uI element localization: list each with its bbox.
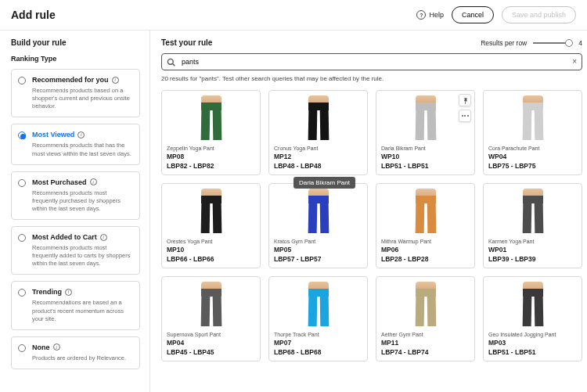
ranking-option-title: Most Added to Carti [32,233,133,241]
page-title: Add rule [11,9,56,21]
help-link[interactable]: ? Help [416,10,444,20]
product-sku: MP05 [274,246,362,254]
product-card[interactable]: Zeppelin Yoga PantMP08LBP82 - LBP82 [161,90,261,175]
page-header: Add rule ? Help Cancel Save and publish [0,0,587,31]
info-icon[interactable]: i [100,234,107,241]
ranking-option-most_viewed[interactable]: Most ViewediRecommends products that has… [11,124,140,164]
more-button[interactable] [459,110,471,122]
results-hint: 20 results for "pants". Test other searc… [161,75,587,82]
product-grid: Zeppelin Yoga PantMP08LBP82 - LBP82Cronu… [161,90,587,361]
test-title: Test your rule [161,38,212,47]
tooltip: Daria Bikram Pant [294,177,355,189]
radio-icon [18,77,26,85]
product-price-range: LBP82 - LBP82 [167,162,255,170]
info-icon[interactable]: i [112,77,119,84]
product-name: Mithra Warmup Pant [381,239,470,244]
product-price-range: LBP48 - LBP48 [274,162,362,170]
header-actions: ? Help Cancel Save and publish [416,6,576,23]
ranking-option-recommended[interactable]: Recommended for youiRecommends products … [11,69,140,117]
ranking-option-title: Recommended for youi [32,76,133,84]
main-header: Test your rule Results per row 4 [161,38,587,47]
radio-icon [18,234,26,242]
results-per-row-control[interactable]: Results per row 4 [481,39,582,47]
search-input[interactable] [180,57,567,67]
product-name: Kratos Gym Pant [274,239,362,244]
product-name: Thorpe Track Pant [274,332,362,337]
product-sku: MP07 [274,339,362,347]
sidebar: Build your rule Ranking Type Recommended… [0,31,150,392]
ranking-option-desc: Recommends products most frequently adde… [32,244,133,268]
ranking-option-desc: Recommendations are based an a product's… [32,299,133,322]
product-card[interactable]: Cora Parachute PantWP04LBP75 - LBP75 [483,90,582,175]
pin-button[interactable] [459,94,471,106]
product-sku: MP04 [167,339,255,347]
product-sku: MP10 [167,246,255,254]
ranking-title: Ranking Type [11,55,140,63]
cancel-button[interactable]: Cancel [452,6,494,23]
product-image [269,91,367,142]
product-card[interactable]: Karmen Yoga PantWP01LBP39 - LBP39 [483,183,582,268]
product-image [162,184,260,236]
product-sku: MP03 [488,339,577,347]
help-icon: ? [416,10,426,20]
ranking-option-trending[interactable]: TrendingiRecommendations are based an a … [11,281,140,329]
results-per-row-label: Results per row [481,39,527,47]
product-sku: MP12 [274,153,362,160]
product-image [484,277,582,329]
product-price-range: LBP66 - LBP66 [167,255,255,263]
product-card[interactable]: Daria Bikram PantWP10LBP51 - LBP51 [376,90,475,175]
ranking-option-most_added[interactable]: Most Added to CartiRecommends products m… [11,226,140,275]
radio-icon [18,344,26,352]
product-card[interactable]: Orestes Yoga PantMP10LBP66 - LBP66 [161,183,261,268]
product-name: Zeppelin Yoga Pant [167,146,255,151]
build-title: Build your rule [11,38,140,47]
product-sku: WP04 [488,153,577,160]
product-card[interactable]: Mithra Warmup PantMP06LBP28 - LBP28 [376,183,475,268]
ranking-option-most_purchased[interactable]: Most PurchasediRecommends products most … [11,171,140,220]
info-icon[interactable]: i [90,178,97,185]
product-card[interactable]: Cronus Yoga PantMP12LBP48 - LBP48 [268,90,368,175]
product-image [162,277,260,329]
product-image [376,277,474,329]
info-icon[interactable]: i [53,343,60,351]
info-icon[interactable]: i [77,131,85,138]
product-image [162,91,260,142]
product-card[interactable]: Supernova Sport PantMP04LBP45 - LBP45 [161,276,261,361]
save-publish-button[interactable]: Save and publish [502,6,576,23]
product-name: Geo Insulated Jogging Pant [488,332,577,337]
svg-point-0 [167,59,173,64]
product-price-range: LBP51 - LBP51 [381,162,470,170]
info-icon[interactable]: i [65,289,72,296]
ranking-option-title: Most Purchasedi [32,178,133,186]
product-price-range: LBP45 - LBP45 [167,348,255,356]
product-card[interactable]: Kratos Gym PantMP05LBP57 - LBP57 [268,183,368,268]
product-sku: MP08 [167,153,255,160]
svg-line-1 [173,63,175,66]
ranking-option-title: Nonei [32,343,133,351]
product-name: Orestes Yoga Pant [167,239,255,244]
product-name: Cronus Yoga Pant [274,146,362,151]
product-card[interactable]: Thorpe Track PantMP07LBP68 - LBP68 [268,276,368,361]
slider-knob[interactable] [565,39,573,47]
product-image [484,91,582,142]
radio-icon [18,179,26,187]
product-image [269,277,367,329]
main: Test your rule Results per row 4 × 20 re… [150,31,587,392]
radio-icon [18,289,26,297]
product-sku: MP06 [381,246,470,254]
product-card[interactable]: Geo Insulated Jogging PantMP03LBP51 - LB… [483,276,582,361]
product-price-range: LBP51 - LBP51 [488,348,577,356]
ranking-option-title: Trendingi [32,288,133,296]
product-name: Karmen Yoga Pant [488,239,577,244]
radio-icon [18,131,26,139]
product-price-range: LBP68 - LBP68 [274,348,362,356]
search-input-wrapper[interactable]: × [161,53,582,70]
ranking-option-none[interactable]: NoneiProducts are ordered by Relevance. [11,336,140,369]
ranking-option-desc: Products are ordered by Relevance. [32,354,133,362]
layout: Build your rule Ranking Type Recommended… [0,31,587,392]
results-per-row-slider[interactable] [533,42,569,44]
product-sku: MP11 [381,339,470,347]
product-card[interactable]: Aether Gym PantMP11LBP74 - LBP74 [376,276,475,361]
clear-search-icon[interactable]: × [572,58,577,66]
product-price-range: LBP74 - LBP74 [381,348,470,356]
